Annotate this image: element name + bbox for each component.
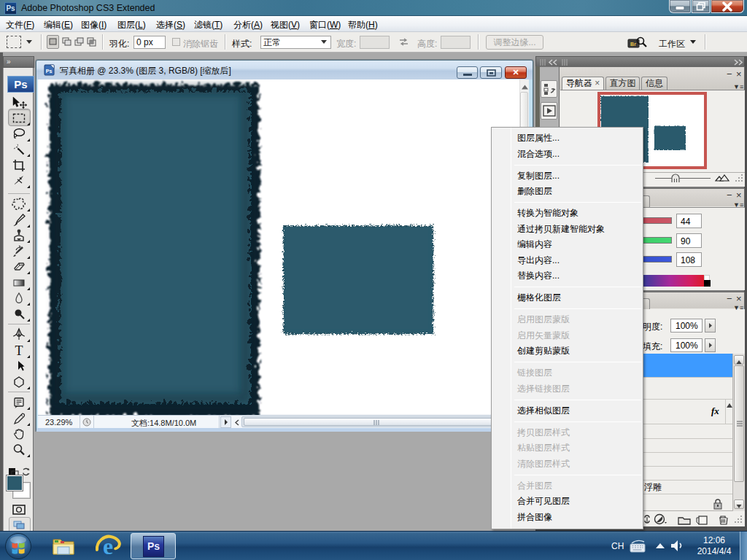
- svg-text:T: T: [15, 343, 23, 358]
- svg-text:Br: Br: [630, 42, 636, 47]
- svg-text:Ps: Ps: [46, 69, 53, 74]
